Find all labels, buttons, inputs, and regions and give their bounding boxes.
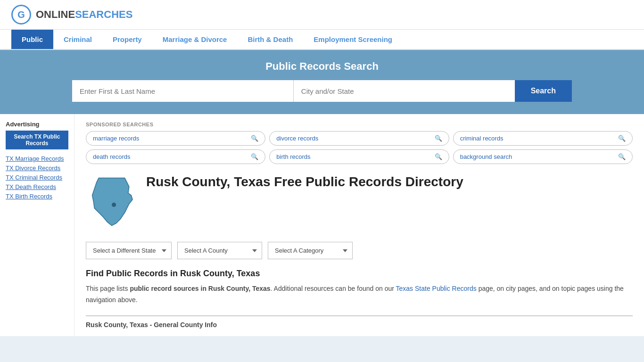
tag-birth[interactable]: birth records 🔍	[269, 149, 449, 164]
sponsored-label: SPONSORED SEARCHES	[86, 122, 633, 127]
sidebar-link-death[interactable]: TX Death Records	[6, 183, 68, 190]
search-banner: Public Records Search Search	[0, 50, 644, 114]
search-button[interactable]: Search	[515, 80, 572, 102]
tag-criminal[interactable]: criminal records 🔍	[453, 131, 633, 146]
logo-text: ONLINE SEARCHES	[36, 8, 132, 21]
tag-background[interactable]: background search 🔍	[453, 149, 633, 164]
nav-item-criminal[interactable]: Criminal	[53, 30, 102, 49]
name-input[interactable]	[72, 80, 294, 102]
county-title: Rusk County, Texas Free Public Records D…	[146, 173, 463, 190]
info-bar-title: Rusk County, Texas - General County Info	[86, 321, 633, 329]
location-input[interactable]	[294, 80, 515, 102]
nav-item-marriage-divorce[interactable]: Marriage & Divorce	[152, 30, 238, 49]
sidebar: Advertising Search TX Public Records TX …	[0, 114, 74, 336]
find-records-heading: Find Public Records in Rusk County, Texa…	[86, 269, 633, 279]
county-dropdown[interactable]: Select A County	[177, 242, 262, 259]
category-dropdown[interactable]: Select A Category	[268, 242, 353, 259]
main-nav: Public Criminal Property Marriage & Divo…	[0, 30, 644, 50]
search-form: Search	[72, 80, 572, 102]
search-banner-title: Public Records Search	[11, 60, 633, 73]
sidebar-ad-button[interactable]: Search TX Public Records	[6, 131, 68, 149]
texas-state-link[interactable]: Texas State Public Records	[396, 285, 477, 292]
nav-item-employment[interactable]: Employment Screening	[303, 30, 403, 49]
search-icon-3: 🔍	[618, 135, 626, 142]
content-area: SPONSORED SEARCHES marriage records 🔍 di…	[74, 114, 644, 336]
logo-online: ONLINE	[36, 8, 75, 21]
texas-map	[86, 173, 138, 231]
search-icon-6: 🔍	[618, 153, 626, 160]
logo-area: G ONLINE SEARCHES	[11, 5, 132, 25]
header: G ONLINE SEARCHES	[0, 0, 644, 30]
tag-divorce[interactable]: divorce records 🔍	[269, 131, 449, 146]
body-pre: This page lists	[86, 285, 130, 292]
search-icon-1: 🔍	[251, 135, 258, 142]
find-records-body: This page lists public record sources in…	[86, 283, 633, 306]
logo-searches: SEARCHES	[75, 8, 132, 21]
logo-icon: G	[11, 5, 31, 25]
info-bar: Rusk County, Texas - General County Info	[86, 315, 633, 329]
state-dropdown[interactable]: Select a Different State	[86, 242, 172, 259]
body-mid: . Additional resources can be found on o…	[271, 285, 396, 292]
tag-death[interactable]: death records 🔍	[86, 149, 265, 164]
tag-marriage[interactable]: marriage records 🔍	[86, 131, 265, 146]
sidebar-link-birth[interactable]: TX Birth Records	[6, 193, 68, 200]
nav-item-public[interactable]: Public	[11, 30, 53, 49]
svg-point-0	[112, 203, 116, 207]
county-section: Rusk County, Texas Free Public Records D…	[86, 173, 633, 231]
body-bold: public record sources in Rusk County, Te…	[130, 285, 270, 292]
dropdowns-row: Select a Different State Select A County…	[86, 242, 633, 259]
main-wrap: Advertising Search TX Public Records TX …	[0, 114, 644, 336]
sidebar-ad-label: Advertising	[6, 121, 68, 128]
search-tags-grid: marriage records 🔍 divorce records 🔍 cri…	[86, 131, 633, 164]
search-icon-5: 🔍	[435, 153, 442, 160]
sidebar-link-criminal[interactable]: TX Criminal Records	[6, 174, 68, 181]
sidebar-link-marriage[interactable]: TX Marriage Records	[6, 155, 68, 162]
texas-map-svg	[86, 173, 138, 230]
search-icon-4: 🔍	[251, 153, 258, 160]
nav-item-birth-death[interactable]: Birth & Death	[237, 30, 303, 49]
sidebar-link-divorce[interactable]: TX Divorce Records	[6, 165, 68, 172]
search-icon-2: 🔍	[435, 135, 442, 142]
nav-item-property[interactable]: Property	[102, 30, 152, 49]
county-title-area: Rusk County, Texas Free Public Records D…	[146, 173, 463, 190]
